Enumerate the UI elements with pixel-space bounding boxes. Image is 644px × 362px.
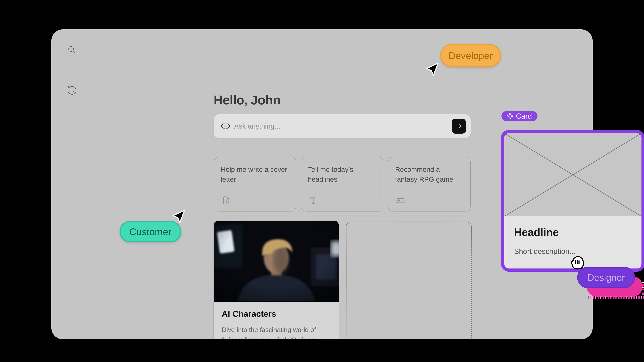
sidebar (51, 29, 92, 339)
selected-card-component[interactable]: Headline Short description... (501, 130, 644, 272)
link-icon (221, 122, 230, 131)
suggestion-card-headlines[interactable]: Tell me today’s headlines (301, 157, 384, 212)
component-diamonds-icon (507, 113, 513, 119)
customer-cursor-icon (171, 210, 185, 224)
search-button[interactable] (66, 44, 77, 55)
arrow-right-icon (455, 122, 462, 130)
component-badge-label: Card (516, 112, 532, 120)
suggestion-label: Tell me today’s headlines (308, 165, 375, 185)
developer-label: Developer (448, 50, 493, 61)
suggestion-card-rpg-game[interactable]: Recommend a fantasy RPG game (388, 157, 470, 212)
designer-grab-cursor-icon (568, 255, 585, 272)
component-badge-card[interactable]: Card (502, 111, 538, 121)
page-title: Hello, John (214, 93, 280, 107)
cursor-label-customer: Customer (120, 221, 181, 242)
card-component-body: Headline Short description... (504, 216, 642, 256)
suggestion-label: Help me write a cover letter (221, 165, 288, 185)
ai-characters-photo (214, 221, 339, 302)
history-icon (66, 93, 77, 96)
send-button[interactable] (452, 119, 466, 134)
designer-label: Designer (587, 272, 625, 283)
ask-input[interactable]: Ask anything... (214, 114, 470, 138)
ai-card-title: AI Characters (222, 309, 331, 319)
ai-card-body: AI Characters Dive into the fascinating … (214, 302, 339, 339)
cursor-label-designer: Designer (577, 267, 635, 288)
image-placeholder (504, 133, 642, 216)
document-icon (221, 196, 231, 205)
suggestion-label: Recommend a fantasy RPG game (395, 165, 462, 185)
developer-cursor-icon (425, 62, 439, 76)
content-card-ai-characters[interactable]: AI Characters Dive into the fascinating … (214, 221, 339, 339)
history-button[interactable] (66, 85, 77, 95)
ai-card-description: Dive into the fascinating world of felin… (222, 325, 331, 339)
suggestion-row: Help me write a cover letter Tell me tod… (214, 157, 470, 212)
ask-input-placeholder: Ask anything... (234, 122, 452, 130)
gamepad-icon (396, 196, 405, 205)
card-headline: Headline (514, 226, 632, 239)
suggestion-card-cover-letter[interactable]: Help me write a cover letter (214, 157, 296, 212)
text-icon (308, 196, 318, 205)
empty-card-placeholder (346, 222, 472, 339)
customer-label: Customer (129, 226, 172, 237)
search-icon (66, 53, 77, 55)
card-description: Short description... (514, 247, 632, 256)
cursor-label-developer: Developer (440, 44, 501, 67)
